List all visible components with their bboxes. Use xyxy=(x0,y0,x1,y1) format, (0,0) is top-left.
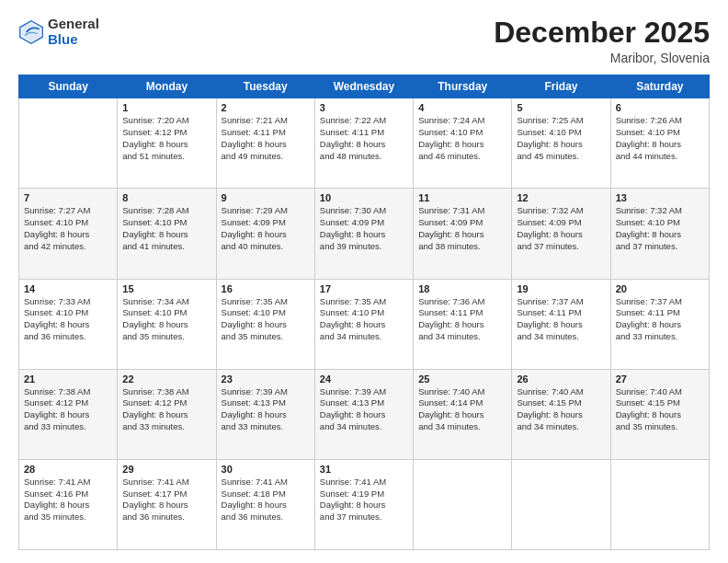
logo-blue: Blue xyxy=(48,32,99,48)
logo: General Blue xyxy=(18,17,99,47)
day-number: 3 xyxy=(320,102,408,113)
day-number: 14 xyxy=(24,283,112,294)
calendar-cell: 20Sunrise: 7:37 AMSunset: 4:11 PMDayligh… xyxy=(610,279,709,369)
calendar-cell: 23Sunrise: 7:39 AMSunset: 4:13 PMDayligh… xyxy=(216,369,314,459)
day-number: 2 xyxy=(222,102,310,113)
calendar-cell: 27Sunrise: 7:40 AMSunset: 4:15 PMDayligh… xyxy=(610,369,709,459)
day-info: Sunrise: 7:24 AMSunset: 4:10 PMDaylight:… xyxy=(418,115,506,162)
calendar-cell: 1Sunrise: 7:20 AMSunset: 4:12 PMDaylight… xyxy=(118,98,216,189)
header: General Blue December 2025 Maribor, Slov… xyxy=(18,17,710,65)
page: General Blue December 2025 Maribor, Slov… xyxy=(0,0,728,563)
day-number: 25 xyxy=(418,373,506,385)
calendar-cell: 31Sunrise: 7:41 AMSunset: 4:19 PMDayligh… xyxy=(314,459,413,549)
calendar: SundayMondayTuesdayWednesdayThursdayFrid… xyxy=(18,75,710,550)
day-info: Sunrise: 7:41 AMSunset: 4:19 PMDaylight:… xyxy=(320,477,408,523)
col-header-tuesday: Tuesday xyxy=(216,75,314,98)
day-number: 18 xyxy=(418,283,506,294)
day-info: Sunrise: 7:26 AMSunset: 4:10 PMDaylight:… xyxy=(616,115,704,162)
day-info: Sunrise: 7:37 AMSunset: 4:11 PMDaylight:… xyxy=(616,296,704,343)
day-info: Sunrise: 7:36 AMSunset: 4:11 PMDaylight:… xyxy=(418,296,506,343)
title-block: December 2025 Maribor, Slovenia xyxy=(494,17,710,65)
day-number: 15 xyxy=(122,283,210,294)
calendar-cell: 5Sunrise: 7:25 AMSunset: 4:10 PMDaylight… xyxy=(512,98,610,189)
day-info: Sunrise: 7:40 AMSunset: 4:15 PMDaylight:… xyxy=(517,386,605,433)
day-number: 4 xyxy=(418,102,506,113)
day-info: Sunrise: 7:21 AMSunset: 4:11 PMDaylight:… xyxy=(222,115,310,162)
col-header-wednesday: Wednesday xyxy=(314,75,413,98)
col-header-saturday: Saturday xyxy=(610,75,709,98)
day-number: 26 xyxy=(517,373,605,385)
day-info: Sunrise: 7:38 AMSunset: 4:12 PMDaylight:… xyxy=(24,386,112,433)
calendar-cell: 29Sunrise: 7:41 AMSunset: 4:17 PMDayligh… xyxy=(118,459,216,549)
day-number: 21 xyxy=(24,373,112,385)
calendar-cell: 4Sunrise: 7:24 AMSunset: 4:10 PMDaylight… xyxy=(414,98,512,189)
calendar-cell xyxy=(19,98,118,189)
day-info: Sunrise: 7:40 AMSunset: 4:14 PMDaylight:… xyxy=(418,386,506,433)
calendar-cell: 2Sunrise: 7:21 AMSunset: 4:11 PMDaylight… xyxy=(216,98,314,189)
calendar-cell: 25Sunrise: 7:40 AMSunset: 4:14 PMDayligh… xyxy=(414,369,512,459)
calendar-cell: 3Sunrise: 7:22 AMSunset: 4:11 PMDaylight… xyxy=(314,98,413,189)
calendar-cell: 28Sunrise: 7:41 AMSunset: 4:16 PMDayligh… xyxy=(19,459,118,549)
day-info: Sunrise: 7:28 AMSunset: 4:10 PMDaylight:… xyxy=(122,205,210,252)
calendar-cell: 8Sunrise: 7:28 AMSunset: 4:10 PMDaylight… xyxy=(118,189,216,279)
col-header-friday: Friday xyxy=(512,75,610,98)
calendar-cell: 30Sunrise: 7:41 AMSunset: 4:18 PMDayligh… xyxy=(216,459,314,549)
day-number: 7 xyxy=(24,192,112,203)
calendar-cell: 22Sunrise: 7:38 AMSunset: 4:12 PMDayligh… xyxy=(118,369,216,459)
day-number: 5 xyxy=(517,102,605,113)
calendar-cell: 17Sunrise: 7:35 AMSunset: 4:10 PMDayligh… xyxy=(314,279,413,369)
day-number: 31 xyxy=(320,464,408,475)
day-number: 10 xyxy=(320,192,408,203)
day-info: Sunrise: 7:27 AMSunset: 4:10 PMDaylight:… xyxy=(24,205,112,252)
day-number: 11 xyxy=(418,192,506,203)
day-number: 12 xyxy=(517,192,605,203)
day-info: Sunrise: 7:20 AMSunset: 4:12 PMDaylight:… xyxy=(122,115,210,162)
calendar-cell xyxy=(512,459,610,549)
calendar-cell: 10Sunrise: 7:30 AMSunset: 4:09 PMDayligh… xyxy=(314,189,413,279)
calendar-cell: 18Sunrise: 7:36 AMSunset: 4:11 PMDayligh… xyxy=(414,279,512,369)
day-number: 28 xyxy=(24,464,112,475)
day-info: Sunrise: 7:41 AMSunset: 4:18 PMDaylight:… xyxy=(222,477,310,523)
day-info: Sunrise: 7:37 AMSunset: 4:11 PMDaylight:… xyxy=(517,296,605,343)
calendar-cell: 9Sunrise: 7:29 AMSunset: 4:09 PMDaylight… xyxy=(216,189,314,279)
day-info: Sunrise: 7:32 AMSunset: 4:09 PMDaylight:… xyxy=(517,205,605,252)
calendar-cell: 26Sunrise: 7:40 AMSunset: 4:15 PMDayligh… xyxy=(512,369,610,459)
day-info: Sunrise: 7:31 AMSunset: 4:09 PMDaylight:… xyxy=(418,205,506,252)
logo-text: General Blue xyxy=(48,17,99,47)
day-info: Sunrise: 7:39 AMSunset: 4:13 PMDaylight:… xyxy=(222,386,310,433)
day-number: 17 xyxy=(320,283,408,294)
calendar-cell: 24Sunrise: 7:39 AMSunset: 4:13 PMDayligh… xyxy=(314,369,413,459)
day-number: 19 xyxy=(517,283,605,294)
day-number: 23 xyxy=(222,373,310,385)
day-info: Sunrise: 7:33 AMSunset: 4:10 PMDaylight:… xyxy=(24,296,112,343)
calendar-week-4: 21Sunrise: 7:38 AMSunset: 4:12 PMDayligh… xyxy=(19,369,710,459)
logo-icon xyxy=(18,19,44,45)
day-number: 1 xyxy=(122,102,210,113)
calendar-cell: 11Sunrise: 7:31 AMSunset: 4:09 PMDayligh… xyxy=(414,189,512,279)
location: Maribor, Slovenia xyxy=(494,51,710,65)
day-info: Sunrise: 7:41 AMSunset: 4:16 PMDaylight:… xyxy=(24,477,112,523)
day-info: Sunrise: 7:35 AMSunset: 4:10 PMDaylight:… xyxy=(222,296,310,343)
calendar-cell: 14Sunrise: 7:33 AMSunset: 4:10 PMDayligh… xyxy=(19,279,118,369)
day-info: Sunrise: 7:25 AMSunset: 4:10 PMDaylight:… xyxy=(517,115,605,162)
day-info: Sunrise: 7:34 AMSunset: 4:10 PMDaylight:… xyxy=(122,296,210,343)
day-info: Sunrise: 7:29 AMSunset: 4:09 PMDaylight:… xyxy=(222,205,310,252)
day-number: 30 xyxy=(222,464,310,475)
calendar-cell xyxy=(414,459,512,549)
col-header-sunday: Sunday xyxy=(19,75,118,98)
calendar-cell: 19Sunrise: 7:37 AMSunset: 4:11 PMDayligh… xyxy=(512,279,610,369)
day-number: 6 xyxy=(616,102,704,113)
calendar-header-row: SundayMondayTuesdayWednesdayThursdayFrid… xyxy=(19,75,710,98)
calendar-week-3: 14Sunrise: 7:33 AMSunset: 4:10 PMDayligh… xyxy=(19,279,710,369)
calendar-week-1: 1Sunrise: 7:20 AMSunset: 4:12 PMDaylight… xyxy=(19,98,710,189)
day-info: Sunrise: 7:41 AMSunset: 4:17 PMDaylight:… xyxy=(122,477,210,523)
day-number: 20 xyxy=(616,283,704,294)
calendar-week-2: 7Sunrise: 7:27 AMSunset: 4:10 PMDaylight… xyxy=(19,189,710,279)
day-info: Sunrise: 7:22 AMSunset: 4:11 PMDaylight:… xyxy=(320,115,408,162)
day-info: Sunrise: 7:32 AMSunset: 4:10 PMDaylight:… xyxy=(616,205,704,252)
logo-general: General xyxy=(48,17,99,32)
day-info: Sunrise: 7:38 AMSunset: 4:12 PMDaylight:… xyxy=(122,386,210,433)
calendar-cell: 16Sunrise: 7:35 AMSunset: 4:10 PMDayligh… xyxy=(216,279,314,369)
day-number: 24 xyxy=(320,373,408,385)
day-number: 13 xyxy=(616,192,704,203)
